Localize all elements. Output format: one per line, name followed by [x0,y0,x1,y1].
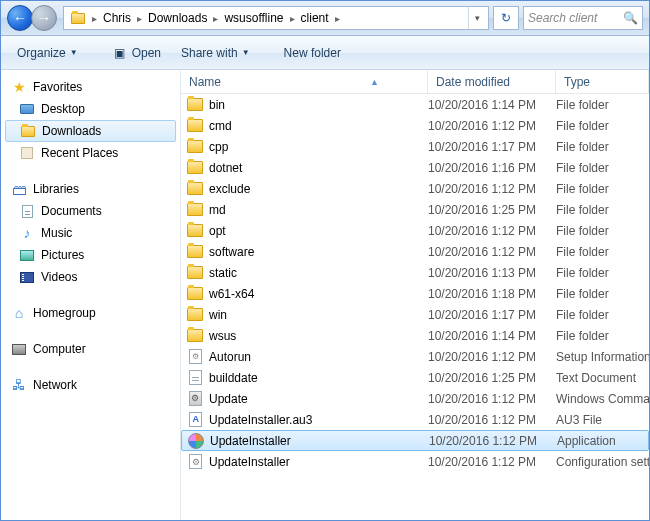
sidebar-item-documents[interactable]: Documents [1,200,180,222]
file-date: 10/20/2016 1:12 PM [428,392,556,406]
file-row[interactable]: cmd10/20/2016 1:12 PMFile folder [181,115,649,136]
computer-icon [11,341,27,357]
file-row[interactable]: opt10/20/2016 1:12 PMFile folder [181,220,649,241]
computer-label: Computer [33,342,86,356]
file-name: win [209,308,227,322]
file-row[interactable]: UpdateInstaller.au310/20/2016 1:12 PMAU3… [181,409,649,430]
file-name: Update [209,392,248,406]
file-date: 10/20/2016 1:25 PM [428,203,556,217]
arrow-right-icon: → [37,10,51,26]
open-button[interactable]: ▣Open [104,41,169,65]
sidebar-libraries[interactable]: 🗃Libraries [1,178,180,200]
file-type: File folder [556,98,649,112]
folder-icon [187,244,203,260]
file-row[interactable]: UpdateInstaller10/20/2016 1:12 PMConfigu… [181,451,649,472]
chevron-right-icon[interactable]: ▸ [211,13,220,24]
sidebar-item-pictures[interactable]: Pictures [1,244,180,266]
sidebar-item-label: Videos [41,270,77,284]
file-row[interactable]: exclude10/20/2016 1:12 PMFile folder [181,178,649,199]
file-date: 10/20/2016 1:14 PM [428,98,556,112]
breadcrumb-item[interactable]: Chris [99,11,135,25]
videos-icon [19,269,35,285]
sidebar-item-desktop[interactable]: Desktop [1,98,180,120]
libraries-label: Libraries [33,182,79,196]
file-name: UpdateInstaller.au3 [209,413,312,427]
chevron-right-icon[interactable]: ▸ [90,13,99,24]
file-row[interactable]: dotnet10/20/2016 1:16 PMFile folder [181,157,649,178]
file-name: cpp [209,140,228,154]
file-name: cmd [209,119,232,133]
file-type: Windows Command Script [556,392,649,406]
file-row[interactable]: static10/20/2016 1:13 PMFile folder [181,262,649,283]
file-name: builddate [209,371,258,385]
chevron-right-icon[interactable]: ▸ [333,13,342,24]
file-row[interactable]: software10/20/2016 1:12 PMFile folder [181,241,649,262]
file-row[interactable]: cpp10/20/2016 1:17 PMFile folder [181,136,649,157]
share-menu[interactable]: Share with▼ [173,42,258,64]
breadcrumb[interactable]: ▸ Chris ▸ Downloads ▸ wsusoffline ▸ clie… [63,6,489,30]
share-label: Share with [181,46,238,60]
file-list-body[interactable]: bin10/20/2016 1:14 PMFile foldercmd10/20… [181,94,649,520]
file-name: opt [209,224,226,238]
file-row[interactable]: builddate10/20/2016 1:25 PMText Document [181,367,649,388]
file-row[interactable]: win10/20/2016 1:17 PMFile folder [181,304,649,325]
chevron-down-icon: ▼ [242,48,250,57]
folder-icon [187,202,203,218]
navigation-bar: ← → ▸ Chris ▸ Downloads ▸ wsusoffline ▸ … [1,1,649,36]
sidebar-item-label: Pictures [41,248,84,262]
file-row[interactable]: Update10/20/2016 1:12 PMWindows Command … [181,388,649,409]
breadcrumb-item[interactable]: client [297,11,333,25]
file-date: 10/20/2016 1:12 PM [428,224,556,238]
folder-icon [187,181,203,197]
file-type: File folder [556,224,649,238]
sidebar-computer[interactable]: Computer [1,338,180,360]
column-header-name[interactable]: Name▲ [181,70,428,93]
file-date: 10/20/2016 1:12 PM [428,455,556,469]
file-type: Setup Information [556,350,649,364]
sidebar-item-recent[interactable]: Recent Places [1,142,180,164]
sidebar-item-videos[interactable]: Videos [1,266,180,288]
file-row[interactable]: md10/20/2016 1:25 PMFile folder [181,199,649,220]
file-row[interactable]: wsus10/20/2016 1:14 PMFile folder [181,325,649,346]
file-row[interactable]: UpdateInstaller10/20/2016 1:12 PMApplica… [181,430,649,451]
sidebar-homegroup[interactable]: ⌂Homegroup [1,302,180,324]
breadcrumb-dropdown[interactable]: ▾ [468,7,486,29]
organize-label: Organize [17,46,66,60]
file-type: File folder [556,203,649,217]
file-name: UpdateInstaller [210,434,291,448]
breadcrumb-item[interactable]: Downloads [144,11,211,25]
column-label: Name [189,75,221,89]
file-type: File folder [556,245,649,259]
sidebar-favorites[interactable]: ★Favorites [1,76,180,98]
file-name: dotnet [209,161,242,175]
sidebar-item-music[interactable]: ♪Music [1,222,180,244]
file-date: 10/20/2016 1:12 PM [428,245,556,259]
folder-icon [187,286,203,302]
sidebar-item-downloads[interactable]: Downloads [5,120,176,142]
chevron-right-icon[interactable]: ▸ [288,13,297,24]
search-input[interactable]: Search client 🔍 [523,6,643,30]
favorites-label: Favorites [33,80,82,94]
file-row[interactable]: w61-x6410/20/2016 1:18 PMFile folder [181,283,649,304]
libraries-icon: 🗃 [11,181,27,197]
recent-places-icon [19,145,35,161]
column-header-date[interactable]: Date modified [428,70,556,93]
back-button[interactable]: ← [7,5,33,31]
organize-menu[interactable]: Organize▼ [9,42,86,64]
new-folder-button[interactable]: New folder [276,42,349,64]
refresh-button[interactable]: ↻ [493,6,519,30]
toolbar: Organize▼ ▣Open Share with▼ New folder [1,36,649,70]
file-row[interactable]: bin10/20/2016 1:14 PMFile folder [181,94,649,115]
sidebar-network[interactable]: 🖧Network [1,374,180,396]
main-area: ★Favorites Desktop Downloads Recent Plac… [1,70,649,520]
homegroup-label: Homegroup [33,306,96,320]
breadcrumb-item[interactable]: wsusoffline [220,11,287,25]
au3-icon [187,412,203,428]
file-row[interactable]: Autorun10/20/2016 1:12 PMSetup Informati… [181,346,649,367]
folder-icon [187,265,203,281]
column-header-type[interactable]: Type [556,70,649,93]
chevron-right-icon[interactable]: ▸ [135,13,144,24]
forward-button[interactable]: → [31,5,57,31]
open-icon: ▣ [112,45,128,61]
sidebar-item-label: Documents [41,204,102,218]
